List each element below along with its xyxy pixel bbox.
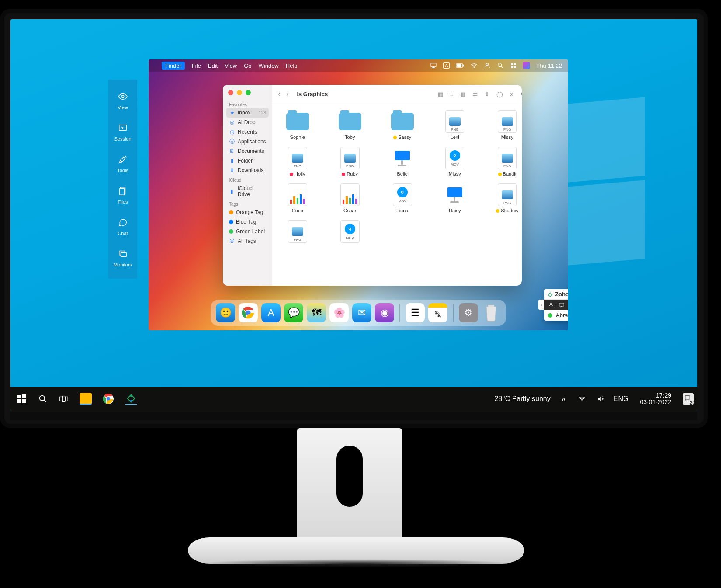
sidebar-item-airdrop[interactable]: ◎AirDrop (226, 118, 269, 127)
view-columns[interactable]: ▥ (460, 91, 465, 97)
view-list[interactable]: ≡ (450, 91, 454, 97)
icloud-label: iCloud (226, 178, 269, 183)
file-item[interactable]: Coco (280, 184, 315, 213)
control-center-icon[interactable] (510, 62, 517, 69)
svg-point-12 (498, 63, 502, 67)
forward-button[interactable]: › (286, 91, 288, 97)
dock-appstore[interactable]: A (261, 303, 281, 322)
file-item[interactable]: Belle (385, 148, 420, 176)
sidebar-item-folder[interactable]: ▮Folder (226, 156, 269, 166)
file-item[interactable]: QMOV (333, 221, 367, 245)
taskbar-explorer[interactable] (80, 393, 92, 405)
panel-view[interactable]: View (108, 85, 137, 116)
sidebar-tag-orange[interactable]: Orange Tag (226, 208, 269, 217)
menubar-view[interactable]: View (225, 62, 237, 69)
menubar-app[interactable]: Finder (162, 62, 185, 70)
file-item[interactable]: Sophie (280, 111, 315, 140)
start-button[interactable] (17, 394, 27, 404)
menubar-window[interactable]: Window (259, 62, 279, 69)
finder-grid[interactable]: SophieTobySassyPNGLexiPNGMissyPNGHollyPN… (272, 104, 522, 286)
sidebar-item-icloud[interactable]: ▮iCloud Drive (226, 183, 269, 199)
user-icon[interactable] (484, 62, 491, 69)
dock-podcasts[interactable]: ◉ (375, 303, 394, 322)
file-item[interactable]: QMOVFiona (385, 184, 420, 213)
taskbar-search[interactable] (38, 394, 48, 404)
menubar-go[interactable]: Go (244, 62, 251, 69)
siri-icon[interactable] (523, 62, 530, 69)
share-button[interactable]: ⇪ (485, 91, 489, 97)
panel-monitors[interactable]: Monitors (108, 242, 137, 273)
menubar-clock[interactable]: Thu 11:22 (536, 62, 562, 69)
sidebar-tag-blue[interactable]: Blue Tag (226, 217, 269, 227)
dock-reminders[interactable]: ☰ (406, 303, 425, 322)
view-icons[interactable]: ▦ (438, 91, 443, 97)
menubar-help[interactable]: Help (286, 62, 298, 69)
mac-dock: 🙂 A 💬 🗺 🌸 ✉ ◉ ☰ ✎ ⚙ (211, 300, 506, 326)
svg-rect-37 (62, 396, 65, 402)
menubar-edit[interactable]: Edit (208, 62, 218, 69)
taskbar-lang[interactable]: ENG (614, 395, 629, 403)
dock-maps[interactable]: 🗺 (307, 303, 326, 322)
file-thumb: PNG (495, 184, 520, 205)
view-gallery[interactable]: ▭ (472, 91, 478, 97)
panel-files[interactable]: Files (108, 179, 137, 211)
taskbar-tray-expand[interactable]: ʌ (558, 394, 569, 404)
search-button[interactable] (520, 91, 522, 97)
taskbar-notifications[interactable]: 20 (683, 393, 694, 405)
taskbar-chrome[interactable] (102, 393, 114, 405)
menubar-file[interactable]: File (192, 62, 201, 69)
file-item[interactable]: PNGRuby (333, 148, 367, 176)
minimize-button[interactable] (237, 90, 242, 95)
sidebar-item-inbox[interactable]: ★ Inbox 123 (226, 108, 269, 118)
close-button[interactable] (228, 90, 233, 95)
dock-notes[interactable]: ✎ (428, 303, 447, 322)
panel-tools[interactable]: Tools (108, 148, 137, 179)
widget-collapse[interactable]: ‹ (538, 300, 544, 310)
dock-mail[interactable]: ✉ (352, 303, 371, 322)
taskbar-clock[interactable]: 17:29 03-01-2022 (640, 392, 671, 406)
file-item[interactable]: PNG (280, 221, 315, 245)
tag-button[interactable]: ◯ (496, 91, 503, 97)
dock-trash[interactable] (482, 303, 501, 322)
widget-chat-icon[interactable] (558, 302, 565, 308)
sidebar-item-recents[interactable]: ◷Recents (226, 127, 269, 137)
sidebar-item-documents[interactable]: 🗎Documents (226, 146, 269, 156)
file-item[interactable]: Daisy (437, 184, 472, 213)
dock-settings[interactable]: ⚙ (459, 303, 478, 322)
widget-user-icon[interactable] (548, 302, 554, 308)
file-item[interactable]: Sassy (385, 111, 420, 140)
wifi-icon[interactable] (471, 62, 478, 69)
file-item[interactable]: PNGHolly (280, 148, 315, 176)
overflow-button[interactable]: » (510, 91, 513, 97)
sidebar-label: Blue Tag (236, 219, 256, 225)
taskbar-weather[interactable]: 28°C Partly sunny (494, 395, 550, 403)
maximize-button[interactable] (246, 90, 251, 95)
taskbar-zoho-assist[interactable] (125, 393, 137, 405)
dock-photos[interactable]: 🌸 (329, 303, 349, 322)
back-button[interactable]: ‹ (278, 91, 280, 97)
dock-chrome[interactable] (239, 303, 258, 322)
taskbar-volume[interactable] (595, 394, 606, 404)
sidebar-item-downloads[interactable]: ⬇Downloads (226, 166, 269, 175)
file-item[interactable]: QMOVMissy (437, 148, 472, 176)
sidebar-item-applications[interactable]: ⒶApplications (226, 137, 269, 146)
battery-icon[interactable] (456, 63, 464, 68)
sidebar-tag-all[interactable]: ⦿All Tags (226, 236, 269, 246)
airplay-icon[interactable] (430, 62, 437, 69)
search-icon[interactable] (497, 62, 504, 69)
keyboard-menu-icon[interactable]: A (443, 62, 450, 69)
dock-messages[interactable]: 💬 (284, 303, 303, 322)
file-item[interactable]: PNGMissy (490, 111, 522, 140)
svg-point-17 (521, 92, 522, 95)
file-item[interactable]: PNGBandit (490, 148, 522, 176)
taskbar-wifi[interactable] (577, 394, 587, 404)
dock-finder[interactable]: 🙂 (216, 303, 235, 322)
taskbar-taskview[interactable] (59, 394, 69, 404)
panel-session[interactable]: Session (108, 116, 137, 148)
file-item[interactable]: PNGLexi (437, 111, 472, 140)
panel-chat[interactable]: Chat (108, 211, 137, 242)
file-item[interactable]: PNGShadow (490, 184, 522, 213)
file-item[interactable]: Toby (333, 111, 367, 140)
file-item[interactable]: Oscar (333, 184, 367, 213)
sidebar-tag-green[interactable]: Green Label (226, 227, 269, 236)
